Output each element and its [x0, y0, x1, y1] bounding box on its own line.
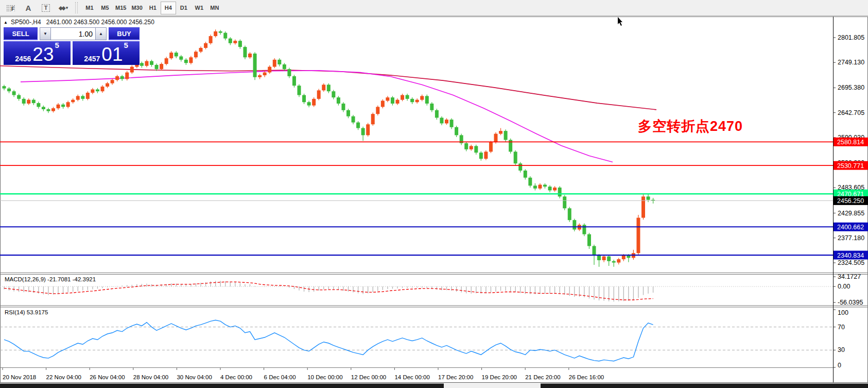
fibonacci-tool-icon[interactable]: F: [3, 2, 19, 14]
line-studies-toolbar: FAT◆◆▾: [0, 0, 73, 15]
sell-price-box[interactable]: 2456 23 5: [4, 41, 71, 65]
tf-button-M30[interactable]: M30: [129, 2, 145, 14]
toolbar-separator: [75, 2, 78, 13]
tf-button-D1[interactable]: D1: [176, 2, 192, 14]
label-letter: T: [42, 4, 50, 12]
volume-decrease-button[interactable]: ▼: [40, 27, 51, 40]
bottom-window-border-left: [0, 383, 444, 388]
tf-button-W1[interactable]: W1: [192, 2, 207, 14]
rsi-indicator-label: RSI(14) 53.9175: [5, 309, 48, 315]
macd-pane[interactable]: [1, 275, 834, 306]
sell-price-pips: 23: [32, 46, 54, 63]
ohlc-values: 2461.000 2463.500 2456.000 2456.250: [46, 19, 154, 26]
text-label-tool-icon[interactable]: T: [38, 2, 54, 14]
sell-price-handle: 2456: [15, 55, 31, 63]
buy-price-point: 5: [124, 42, 128, 48]
volume-input[interactable]: [51, 27, 95, 40]
text-tool-icon[interactable]: A: [21, 2, 36, 14]
chart-window: ▲ SP500-,H4 2461.000 2463.500 2456.000 2…: [0, 16, 868, 383]
buy-price-pips: 01: [101, 46, 123, 63]
mt4-window: FAT◆◆▾ M1M5M15M30H1H4D1W1MN ▲ SP500-,H4 …: [0, 0, 868, 388]
collapse-icon[interactable]: ▲: [4, 20, 8, 25]
symbol-period-label: SP500-,H4: [11, 19, 41, 26]
dropdown-caret-icon: ▾: [66, 5, 68, 10]
timeframes-toolbar: M1M5M15M30H1H4D1W1MN: [82, 0, 222, 15]
tf-button-M5[interactable]: M5: [97, 2, 113, 14]
chart-annotation: 多空转折点2470: [638, 117, 743, 136]
window-bottom-edge: [0, 383, 868, 388]
fibonacci-letter: F: [11, 7, 14, 11]
arrows-tool-icon[interactable]: ◆◆▾: [56, 2, 71, 14]
arrows-glyph: ◆◆: [59, 5, 64, 11]
tf-button-MN[interactable]: MN: [207, 2, 222, 14]
macd-indicator-label: MACD(12,26,9) -21.7081 -42.3921: [5, 276, 96, 282]
bottom-window-border-right: [541, 383, 868, 388]
sell-button[interactable]: SELL: [4, 27, 38, 40]
chart-header: ▲ SP500-,H4 2461.000 2463.500 2456.000 2…: [4, 19, 154, 26]
time-axis[interactable]: [1, 369, 834, 382]
buy-price-box[interactable]: 2457 01 5: [73, 41, 140, 65]
one-click-trading-panel: SELL ▼ ▲ BUY 2456 23 5 2457 01 5: [4, 27, 140, 65]
text-letter: A: [26, 4, 31, 12]
price-axis[interactable]: [834, 18, 867, 383]
buy-price-handle: 2457: [84, 55, 100, 63]
rsi-pane[interactable]: [1, 308, 834, 368]
volume-increase-button[interactable]: ▲: [95, 27, 107, 40]
tf-button-H4[interactable]: H4: [161, 2, 176, 14]
toolbar: FAT◆◆▾ M1M5M15M30H1H4D1W1MN: [0, 0, 868, 16]
tf-button-M1[interactable]: M1: [82, 2, 97, 14]
tf-button-M15[interactable]: M15: [113, 2, 129, 14]
buy-button[interactable]: BUY: [109, 27, 140, 40]
sell-price-point: 5: [55, 42, 59, 48]
tf-button-H1[interactable]: H1: [145, 2, 161, 14]
